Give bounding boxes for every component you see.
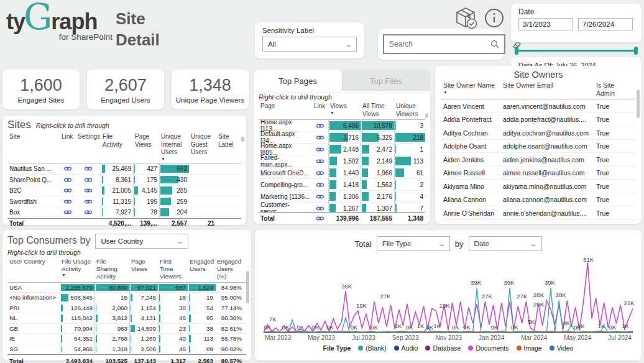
link-icon[interactable] (76, 185, 101, 196)
link-icon[interactable] (312, 203, 328, 212)
column-header[interactable]: Link (60, 131, 76, 142)
top-consumers-dropdown[interactable]: User Country ⌄ (95, 234, 188, 249)
legend-item-documents[interactable]: Documents (468, 344, 508, 352)
column-header[interactable]: Engaged Users (188, 256, 215, 274)
link-icon[interactable] (76, 163, 101, 174)
table-row[interactable]: GB70,90498314,599233882.61% (7, 324, 246, 334)
link-icon[interactable] (312, 132, 328, 143)
column-header[interactable]: File Activity (101, 131, 133, 150)
column-header[interactable]: Unique Viewers (394, 101, 425, 119)
column-header[interactable]: Page (259, 101, 312, 112)
table-row[interactable]: SG54,9661,3182,506468990.82% (7, 344, 246, 355)
link-icon[interactable] (312, 155, 328, 167)
link-icon[interactable] (60, 163, 76, 174)
table-row[interactable]: Annie O'Sheridanannie.o'sheridan@nautilu… (441, 206, 635, 220)
data-label: 1K (433, 323, 441, 329)
column-header[interactable]: Site Owner Email (501, 80, 594, 91)
legend-item-audio[interactable]: Audio (394, 344, 418, 352)
column-header[interactable]: Page Views (133, 131, 159, 150)
tab-top-pages[interactable]: Top Pages (254, 70, 342, 92)
legend-item-image[interactable]: Image (517, 344, 542, 352)
column-header[interactable]: Page Views (129, 256, 158, 274)
sites-scrollbar[interactable] (241, 137, 244, 142)
slider-handle-start[interactable] (515, 47, 518, 55)
sensitivity-dropdown[interactable]: All ⌄ (262, 37, 357, 52)
column-header[interactable]: User Country (7, 256, 60, 267)
column-header[interactable]: Is Site Admin (594, 80, 635, 99)
tab-top-files[interactable]: Top Files (342, 70, 430, 92)
table-row[interactable]: Swordfish11,315195259 (7, 196, 241, 208)
table-row[interactable]: Aiden Jenkinsaiden.jenkins@nautilus.comT… (441, 153, 635, 167)
table-row[interactable]: Microsoft OneD...1,4401,96661 (259, 167, 425, 179)
top-consumers-scrollbar[interactable] (246, 271, 249, 303)
table-row[interactable]: Akiyama Minoakiyama.mino@nautilus.comTru… (441, 180, 635, 193)
link-icon[interactable] (76, 207, 101, 218)
table-row[interactable]: Customer-servic...1,2671,3077 (259, 203, 425, 212)
table-row[interactable]: Aditya Cochranaditya.cochran@nautilus.co… (441, 126, 635, 140)
chart-axis-dropdown[interactable]: Date ⌄ (469, 236, 542, 251)
column-header[interactable]: Unique Internal Users▼ (159, 131, 189, 163)
table-row[interactable]: Compelling-gro...1,4181,5622 (259, 179, 425, 191)
link-icon[interactable] (312, 120, 328, 131)
link-icon[interactable] (60, 196, 76, 207)
column-header[interactable]: File Sharing Activity (94, 256, 129, 282)
column-header[interactable]: First Time Viewers (158, 256, 188, 282)
link-icon[interactable] (76, 196, 101, 207)
info-icon[interactable] (484, 7, 505, 29)
search-box[interactable] (383, 34, 505, 54)
legend-dot (358, 346, 363, 351)
data-bar (189, 294, 190, 301)
top-pages-scrollbar[interactable] (425, 113, 428, 118)
link-icon[interactable] (60, 185, 76, 196)
date-end-input[interactable] (578, 18, 633, 30)
column-header[interactable]: All Time Views (361, 101, 394, 119)
link-icon[interactable] (76, 175, 101, 185)
link-icon[interactable] (312, 179, 328, 190)
link-icon[interactable] (312, 167, 328, 178)
table-row[interactable]: Aaren Vincentaaren.vincent@nautilus.comT… (441, 99, 635, 113)
table-row[interactable]: <No information>508,845157,245181995.00% (7, 293, 246, 303)
date-start-input[interactable] (518, 18, 573, 30)
slider-track[interactable] (517, 50, 635, 52)
table-row[interactable]: Aimee Russellaimee.russell@nautilus.comT… (441, 167, 635, 180)
table-row[interactable]: Failed-man.aspx...1,5022,149113 (259, 155, 425, 167)
column-header[interactable]: Site (7, 131, 60, 142)
table-row[interactable]: SharePoint Q...8,361175430 (7, 175, 241, 186)
column-header[interactable]: Views▼ (328, 101, 361, 117)
column-header[interactable]: Unique Guest Users (189, 131, 216, 158)
line-chart-plot[interactable]: 7K0K0K0K0K0K36K19K0K27K0K1K0K1K0K19K1K0K… (264, 256, 633, 333)
column-header[interactable]: Link (312, 101, 328, 112)
chart-measure-dropdown[interactable]: File Type ⌄ (377, 236, 450, 251)
legend-item-video[interactable]: Video (550, 344, 574, 352)
table-row[interactable]: NL118,0423,8124,131469586.36% (7, 313, 246, 324)
table-row[interactable]: Adolphe Osantadolphe.osant@nautilus.comT… (441, 140, 635, 154)
slider-handle-end[interactable] (634, 47, 638, 55)
table-row[interactable]: Nautilus San ...25,469427692 (7, 163, 241, 175)
link-icon[interactable] (312, 144, 328, 155)
package-certified-icon[interactable] (452, 5, 479, 31)
column-header[interactable]: Settings (76, 131, 101, 142)
legend-item-blank[interactable]: (Blank) (358, 344, 386, 352)
chevron-down-icon: ⌄ (530, 240, 538, 248)
table-cell: True (594, 140, 635, 153)
column-header[interactable]: Site Label (216, 131, 240, 150)
link-icon[interactable] (60, 207, 76, 218)
column-header[interactable]: Engaged Users (%) (215, 256, 244, 282)
link-icon[interactable] (60, 175, 76, 185)
column-header[interactable]: File Usage Activity▼ (60, 256, 94, 280)
column-header[interactable]: Site Owner Name▲ (441, 80, 501, 96)
table-row[interactable]: Addia Pontefractaddia.pontefract@nautilu… (441, 113, 635, 127)
table-row[interactable]: Aliana Cannonaliana.cannon@nautilus.comT… (441, 193, 635, 207)
table-row[interactable]: PRI126,4492,0601,154305477.14% (7, 303, 246, 314)
legend-item-database[interactable]: Database (425, 344, 461, 352)
table-row[interactable]: B2C21,0054,145285 (7, 185, 241, 196)
table-row[interactable]: Box7,92778204 (7, 207, 241, 218)
date-range-slider[interactable] (515, 46, 638, 55)
table-row[interactable]: IE64,3522,7681,2604011356.78% (7, 334, 246, 344)
table-row[interactable]: USA2,255,57980,86097,0219371,62484.98% (7, 283, 246, 293)
site-owners-scrollbar[interactable] (637, 90, 640, 118)
search-input[interactable] (389, 40, 485, 48)
search-icon[interactable] (490, 40, 499, 48)
table-cell: True (594, 180, 635, 193)
link-icon[interactable] (312, 191, 328, 202)
